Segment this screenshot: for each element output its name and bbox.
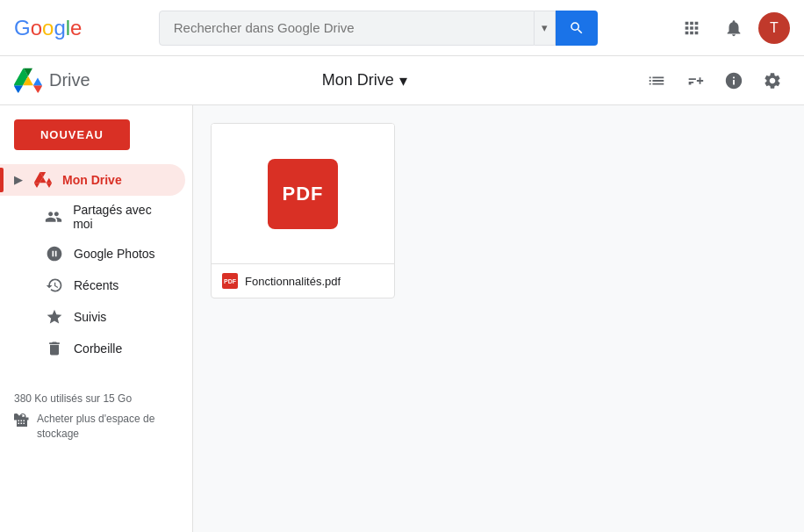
storage-text: 380 Ko utilisés sur 15 Go xyxy=(14,392,178,405)
drive-icon xyxy=(34,171,52,189)
header-actions xyxy=(639,63,790,98)
file-thumbnail: PDF xyxy=(212,124,394,264)
settings-icon xyxy=(763,71,782,90)
notifications-button[interactable] xyxy=(716,11,751,46)
sidebar-item-label: Suivis xyxy=(74,310,106,324)
storage-section: 380 Ko utilisés sur 15 Go Acheter plus d… xyxy=(0,378,192,456)
sidebar-item-photos[interactable]: Google Photos xyxy=(0,238,185,270)
chevron-down-icon: ▾ xyxy=(399,71,407,90)
sidebar-item-label: Partagés avec moi xyxy=(73,203,171,231)
photos-icon xyxy=(46,245,63,262)
info-icon xyxy=(724,71,743,90)
logo-o2: o xyxy=(42,16,54,40)
sidebar-item-label: Récents xyxy=(74,278,118,292)
search-dropdown-button[interactable]: ▾ xyxy=(535,11,556,46)
search-icon xyxy=(569,20,585,36)
search-bar: ▾ xyxy=(159,11,598,46)
file-card[interactable]: PDF PDF Fonctionnalités.pdf xyxy=(211,123,395,298)
sidebar-item-mon-drive[interactable]: ▶ Mon Drive xyxy=(0,164,185,196)
search-input[interactable] xyxy=(174,20,520,35)
logo-g: G xyxy=(14,16,31,40)
pdf-small-icon: PDF xyxy=(222,273,238,289)
drive-label: Drive xyxy=(49,70,90,90)
storage-upgrade-link[interactable]: Acheter plus d'espace de stockage xyxy=(14,412,178,442)
mon-drive-breadcrumb[interactable]: Mon Drive ▾ xyxy=(322,71,407,90)
search-input-wrapper xyxy=(159,11,535,46)
mon-drive-title-text: Mon Drive xyxy=(322,71,394,90)
storage-upgrade-text: Acheter plus d'espace de stockage xyxy=(37,412,178,442)
search-button[interactable] xyxy=(556,11,598,46)
sidebar-item-shared[interactable]: Partagés avec moi xyxy=(0,196,185,238)
sidebar-item-label: Google Photos xyxy=(74,247,155,261)
main-layout: NOUVEAU ▶ Mon Drive xyxy=(0,105,804,532)
settings-button[interactable] xyxy=(755,63,790,98)
files-grid: PDF PDF Fonctionnalités.pdf xyxy=(211,123,786,298)
top-bar: Google ▾ T xyxy=(0,0,804,56)
recent-icon xyxy=(46,277,63,294)
sort-button[interactable] xyxy=(678,63,713,98)
logo-o1: o xyxy=(31,16,42,40)
logo-g2: g xyxy=(54,16,65,40)
drive-logo-area: Drive xyxy=(14,67,90,95)
header-bar: Drive Mon Drive ▾ xyxy=(0,56,804,105)
chevron-down-icon: ▾ xyxy=(542,21,548,34)
pdf-thumbnail-icon: PDF xyxy=(268,159,338,229)
sidebar-item-trash[interactable]: Corbeille xyxy=(0,333,185,364)
expand-arrow-icon: ▶ xyxy=(14,174,22,186)
sidebar-item-label: Mon Drive xyxy=(62,173,122,187)
drive-logo-icon xyxy=(14,67,42,95)
list-view-icon xyxy=(647,71,666,90)
avatar[interactable]: T xyxy=(758,12,790,44)
bell-icon xyxy=(724,18,743,38)
file-name: Fonctionnalités.pdf xyxy=(245,275,341,288)
apps-button[interactable] xyxy=(674,11,709,46)
content-area: PDF PDF Fonctionnalités.pdf xyxy=(193,105,804,532)
shared-icon xyxy=(45,208,62,226)
sidebar-item-recent[interactable]: Récents xyxy=(0,270,185,301)
info-button[interactable] xyxy=(716,63,751,98)
sort-az-icon xyxy=(686,71,705,90)
trash-icon xyxy=(46,340,63,357)
apps-icon xyxy=(682,18,701,38)
top-right-actions: T xyxy=(674,11,790,46)
starred-icon xyxy=(46,308,63,326)
google-logo: Google xyxy=(14,16,82,40)
sidebar-item-starred[interactable]: Suivis xyxy=(0,301,185,333)
sidebar-item-label: Corbeille xyxy=(74,341,122,356)
file-info: PDF Fonctionnalités.pdf xyxy=(212,264,394,298)
list-view-button[interactable] xyxy=(639,63,674,98)
storage-icon xyxy=(14,413,30,433)
logo-e: e xyxy=(70,16,82,40)
new-button[interactable]: NOUVEAU xyxy=(14,119,130,150)
sidebar: NOUVEAU ▶ Mon Drive xyxy=(0,105,193,532)
